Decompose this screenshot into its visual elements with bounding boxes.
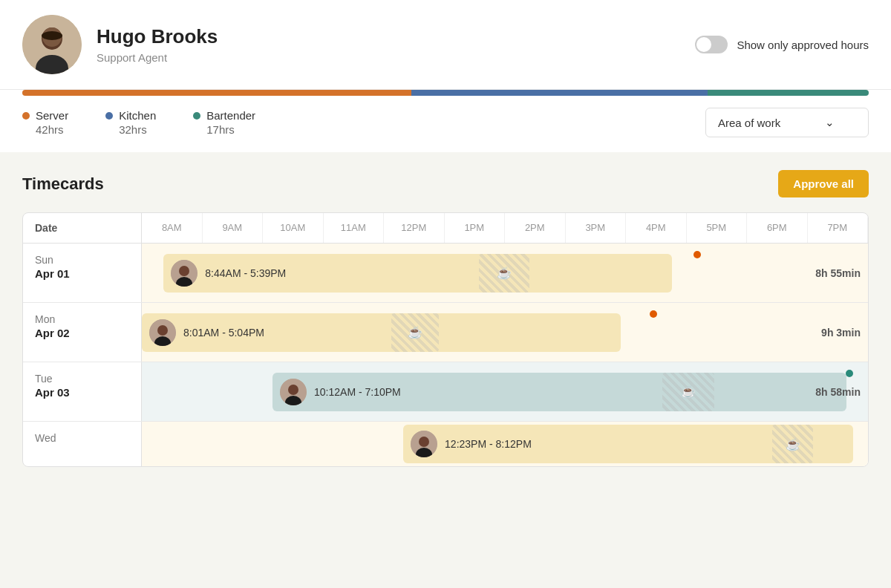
time-col-3pm: 3PM	[566, 213, 627, 243]
shift-avatar	[149, 319, 176, 346]
break-icon-mon: ☕	[408, 325, 422, 339]
time-col-1pm: 1PM	[445, 213, 506, 243]
user-role: Support Agent	[97, 51, 218, 64]
break-area-wed: ☕	[772, 425, 813, 463]
approved-hours-toggle[interactable]	[695, 36, 728, 53]
stat-bartender-label-row: Bartender	[193, 109, 255, 122]
user-name: Hugo Brooks	[97, 25, 218, 48]
shift-time-mon: 8:01AM - 5:04PM	[183, 327, 264, 339]
row-day: Mon	[35, 313, 129, 325]
time-col-5pm: 5PM	[687, 213, 748, 243]
table-row: Sun Apr 01 8:44AM - 5:39PM	[23, 244, 868, 303]
area-of-work-dropdown[interactable]: Area of work ⌄	[705, 108, 869, 137]
timecards-header: Timecards Approve all	[22, 170, 869, 197]
shift-avatar	[280, 379, 307, 405]
break-area-tue: ☕	[662, 373, 714, 411]
row-date-text: Apr 02	[35, 327, 129, 339]
row-day: Tue	[35, 373, 129, 385]
row-date-mon: Mon Apr 02	[23, 303, 142, 362]
time-col-7pm: 7PM	[808, 213, 869, 243]
svg-point-4	[42, 31, 62, 40]
row-day: Wed	[35, 432, 129, 444]
progress-kitchen	[411, 90, 708, 96]
table-row: Wed 12:23PM - 8:12PM ☕	[23, 422, 868, 466]
time-col-2pm: 2PM	[505, 213, 566, 243]
stat-server: Server 42hrs	[22, 109, 68, 136]
row-date-sun: Sun Apr 01	[23, 244, 142, 302]
approve-all-button[interactable]: Approve all	[778, 170, 869, 197]
stat-kitchen-hours: 32hrs	[105, 123, 156, 136]
shift-bar-tue[interactable]: 10:12AM - 7:10PM ☕	[272, 373, 846, 411]
shift-time-sun: 8:44AM - 5:39PM	[205, 267, 286, 279]
table-row: Mon Apr 02 8:01AM - 5:04PM ☕	[23, 303, 868, 362]
shift-bar-mon[interactable]: 8:01AM - 5:04PM ☕	[142, 313, 621, 352]
shift-avatar	[171, 260, 198, 287]
time-col-6pm: 6PM	[747, 213, 808, 243]
time-col-9am: 9AM	[203, 213, 264, 243]
duration-tue: 8h 58min	[815, 386, 861, 398]
time-col-12pm: 12PM	[384, 213, 445, 243]
row-timeline-wed[interactable]: 12:23PM - 8:12PM ☕	[142, 422, 868, 466]
break-icon-sun: ☕	[497, 266, 512, 280]
shift-time-wed: 12:23PM - 8:12PM	[445, 438, 532, 450]
svg-point-6	[179, 266, 189, 276]
stat-bartender: Bartender 17hrs	[193, 109, 255, 136]
stats-row: Server 42hrs Kitchen 32hrs Bartender 17h…	[22, 108, 869, 137]
stat-bartender-hours: 17hrs	[193, 123, 255, 136]
svg-point-12	[288, 385, 298, 395]
orange-dot-mon	[650, 310, 657, 318]
time-col-4pm: 4PM	[626, 213, 687, 243]
stat-server-label: Server	[36, 109, 68, 122]
row-date-wed: Wed	[23, 422, 142, 466]
stats-section: Server 42hrs Kitchen 32hrs Bartender 17h…	[0, 90, 891, 152]
chevron-down-icon: ⌄	[825, 116, 835, 129]
area-of-work-label: Area of work	[718, 117, 780, 129]
dot-server	[22, 112, 30, 120]
row-timeline-tue[interactable]: 10:12AM - 7:10PM ☕ 8h 58min	[142, 362, 868, 421]
dot-kitchen	[105, 112, 113, 120]
stat-server-label-row: Server	[22, 109, 68, 122]
break-area-mon: ☕	[391, 313, 440, 352]
time-cols-header: 8AM 9AM 10AM 11AM 12PM 1PM 2PM 3PM 4PM 5…	[142, 213, 868, 243]
toggle-label: Show only approved hours	[737, 39, 869, 51]
row-day: Sun	[35, 254, 129, 266]
stat-bartender-label: Bartender	[206, 109, 255, 122]
row-date-text: Apr 01	[35, 267, 129, 280]
row-timeline-sun[interactable]: 8:44AM - 5:39PM ☕ 8h 55min	[142, 244, 868, 302]
dot-bartender	[193, 112, 200, 120]
user-details: Hugo Brooks Support Agent	[97, 25, 218, 64]
stat-kitchen-label: Kitchen	[119, 109, 156, 122]
break-icon-tue: ☕	[681, 385, 696, 399]
timecards-title: Timecards	[22, 174, 104, 194]
row-date-tue: Tue Apr 03	[23, 362, 142, 421]
table-row: Tue Apr 03 10:12AM - 7:10PM ☕	[23, 362, 868, 422]
user-info: Hugo Brooks Support Agent	[22, 15, 218, 74]
shift-time-tue: 10:12AM - 7:10PM	[314, 386, 401, 398]
toggle-section: Show only approved hours	[695, 36, 869, 53]
shift-bar-sun[interactable]: 8:44AM - 5:39PM ☕	[163, 254, 672, 293]
avatar	[22, 15, 82, 74]
timecards-section: Timecards Approve all Date 8AM 9AM 10AM …	[0, 152, 891, 467]
progress-bar	[22, 90, 869, 96]
timecard-grid: Date 8AM 9AM 10AM 11AM 12PM 1PM 2PM 3PM …	[22, 212, 869, 467]
row-timeline-mon[interactable]: 8:01AM - 5:04PM ☕ 9h 3min	[142, 303, 868, 362]
row-date-text: Apr 03	[35, 386, 129, 399]
shift-avatar	[411, 431, 437, 457]
progress-server	[22, 90, 411, 96]
break-icon-wed: ☕	[786, 437, 800, 451]
time-header-row: Date 8AM 9AM 10AM 11AM 12PM 1PM 2PM 3PM …	[23, 213, 868, 244]
duration-mon: 9h 3min	[821, 327, 861, 339]
date-col-header: Date	[23, 213, 142, 243]
header: Hugo Brooks Support Agent Show only appr…	[0, 0, 891, 90]
svg-point-9	[157, 325, 168, 336]
orange-dot-sun	[693, 251, 701, 258]
time-col-10am: 10AM	[263, 213, 324, 243]
break-area-sun: ☕	[479, 254, 529, 293]
svg-point-15	[419, 437, 429, 447]
stats-items: Server 42hrs Kitchen 32hrs Bartender 17h…	[22, 109, 255, 136]
time-col-8am: 8AM	[142, 213, 203, 243]
duration-sun: 8h 55min	[815, 267, 861, 279]
shift-bar-wed[interactable]: 12:23PM - 8:12PM ☕	[403, 425, 853, 463]
stat-kitchen-label-row: Kitchen	[105, 109, 156, 122]
teal-dot-tue	[846, 370, 853, 377]
